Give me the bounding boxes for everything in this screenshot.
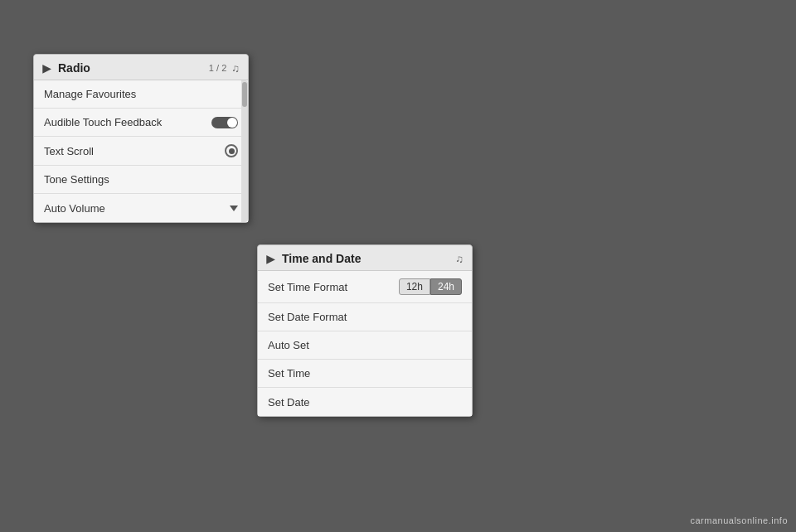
menu-item-tone-settings[interactable]: Tone Settings — [34, 166, 248, 194]
header-left: ◀ Radio — [42, 61, 90, 75]
time-back-icon[interactable]: ◀ — [266, 252, 275, 265]
auto-volume-label: Auto Volume — [44, 202, 105, 215]
auto-volume-dropdown-arrow[interactable] — [230, 206, 238, 211]
time-panel-header: ◀ Time and Date ♫ — [258, 245, 472, 271]
time-panel-body: Set Time Format 12h 24h Set Date Format … — [258, 271, 472, 416]
music-icon: ♫ — [231, 62, 240, 75]
time-header-left: ◀ Time and Date — [266, 252, 361, 265]
radio-panel-header: ◀ Radio 1 / 2 ♫ — [34, 55, 248, 80]
manage-favourites-label: Manage Favourites — [44, 88, 136, 100]
tone-settings-label: Tone Settings — [44, 173, 109, 186]
menu-item-text-scroll[interactable]: Text Scroll — [34, 137, 248, 166]
page-indicator: 1 / 2 — [209, 63, 226, 73]
set-time-format-label: Set Time Format — [268, 281, 347, 293]
time-and-date-panel: ◀ Time and Date ♫ Set Time Format 12h 24… — [257, 244, 473, 417]
time-format-12h-button[interactable]: 12h — [399, 278, 430, 295]
toggle-track — [211, 117, 238, 128]
back-icon[interactable]: ◀ — [42, 61, 51, 75]
radio-panel-title: Radio — [58, 61, 90, 75]
audible-touch-label: Audible Touch Feedback — [44, 116, 162, 128]
toggle-knob — [227, 118, 237, 128]
time-format-24h-button[interactable]: 24h — [430, 278, 462, 295]
radio-panel: ◀ Radio 1 / 2 ♫ Manage Favourites Audibl… — [33, 54, 249, 223]
scrollbar[interactable] — [241, 80, 248, 222]
set-date-label: Set Date — [268, 396, 310, 409]
time-panel-title: Time and Date — [282, 252, 361, 265]
menu-item-auto-set[interactable]: Auto Set — [258, 331, 472, 360]
scrollbar-thumb — [242, 82, 247, 107]
text-scroll-radio[interactable] — [225, 144, 238, 157]
audible-touch-toggle[interactable] — [211, 117, 238, 128]
radio-menu-list: Manage Favourites Audible Touch Feedback… — [34, 80, 248, 222]
set-date-format-label: Set Date Format — [268, 311, 347, 323]
menu-item-auto-volume[interactable]: Auto Volume — [34, 194, 248, 222]
time-music-icon: ♫ — [455, 253, 464, 265]
radio-dot-inner — [229, 148, 235, 154]
time-format-buttons: 12h 24h — [399, 278, 462, 295]
text-scroll-label: Text Scroll — [44, 145, 94, 157]
watermark: carmanualsonline.info — [690, 515, 788, 525]
menu-item-set-time-format[interactable]: Set Time Format 12h 24h — [258, 271, 472, 303]
menu-item-set-date-format[interactable]: Set Date Format — [258, 303, 472, 331]
radio-panel-body: Manage Favourites Audible Touch Feedback… — [34, 80, 248, 222]
auto-set-label: Auto Set — [268, 339, 309, 351]
set-time-label: Set Time — [268, 367, 310, 380]
menu-item-audible-touch-feedback[interactable]: Audible Touch Feedback — [34, 109, 248, 137]
menu-item-manage-favourites[interactable]: Manage Favourites — [34, 80, 248, 109]
menu-item-set-date[interactable]: Set Date — [258, 388, 472, 416]
menu-item-set-time[interactable]: Set Time — [258, 360, 472, 388]
